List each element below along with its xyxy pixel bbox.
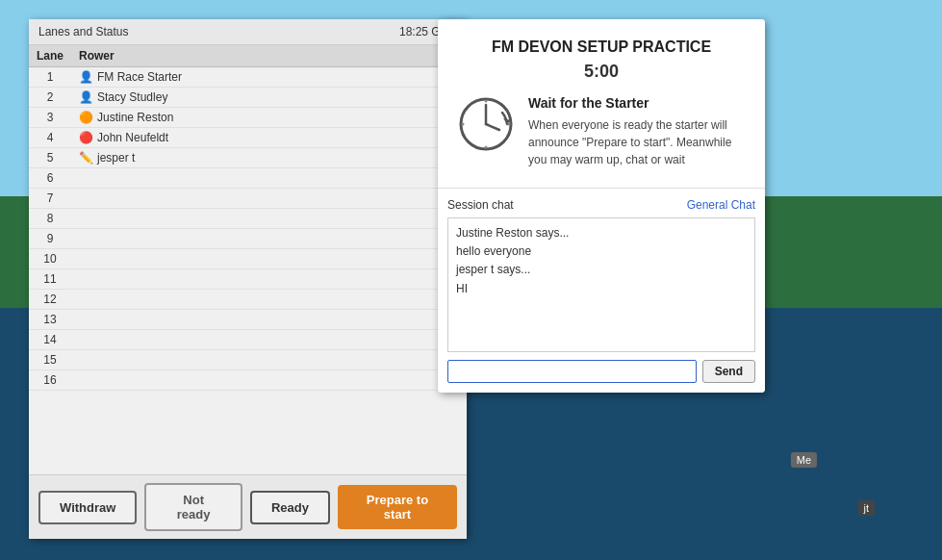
rower-name bbox=[71, 168, 467, 189]
setup-panel: FM DEVON SETUP PRACTICE 5:00 Wait for th… bbox=[438, 19, 765, 393]
chat-section: Session chat General Chat Justine Reston… bbox=[438, 189, 765, 393]
rower-name bbox=[71, 310, 467, 330]
send-button[interactable]: Send bbox=[702, 360, 755, 383]
setup-wait-title: Wait for the Starter bbox=[528, 95, 746, 111]
chat-message: jesper t says... bbox=[456, 261, 747, 279]
lane-number: 10 bbox=[29, 249, 71, 269]
clock-icon bbox=[457, 95, 515, 153]
setup-content: Wait for the Starter When everyone is re… bbox=[457, 95, 746, 168]
rower-name bbox=[71, 269, 467, 290]
lane-number: 12 bbox=[29, 290, 71, 310]
rower-name: 🟠Justine Reston bbox=[71, 108, 467, 128]
rower-name: ✏️jesper t bbox=[71, 148, 467, 168]
lane-number: 1 bbox=[29, 67, 71, 88]
rower-name: 🔴John Neufeldt bbox=[71, 128, 467, 148]
rower-icon: 👤 bbox=[79, 90, 93, 104]
table-row: 4🔴John Neufeldt bbox=[29, 128, 467, 148]
chat-messages: Justine Reston says... hello everyonejes… bbox=[447, 217, 755, 352]
lane-number: 7 bbox=[29, 189, 71, 209]
chat-label: Session chat bbox=[447, 198, 514, 212]
table-row: 11 bbox=[29, 269, 467, 290]
chat-message: HI bbox=[456, 280, 747, 298]
lane-number: 5 bbox=[29, 148, 71, 168]
setup-info: FM DEVON SETUP PRACTICE 5:00 Wait for th… bbox=[438, 19, 765, 189]
lanes-table-wrapper: Lane Rower 1👤FM Race Starter2👤Stacy Stud… bbox=[29, 45, 467, 474]
table-row: 1👤FM Race Starter bbox=[29, 67, 467, 88]
svg-point-3 bbox=[485, 100, 488, 103]
setup-wait-desc: When everyone is ready the starter will … bbox=[528, 116, 746, 168]
chat-message: Justine Reston says... bbox=[456, 224, 747, 242]
ready-button[interactable]: Ready bbox=[250, 491, 330, 524]
rower-icon: ✏️ bbox=[79, 151, 93, 165]
table-row: 8 bbox=[29, 209, 467, 229]
table-row: 6 bbox=[29, 168, 467, 189]
rower-name bbox=[71, 290, 467, 310]
rower-name bbox=[71, 350, 467, 370]
setup-title: FM DEVON SETUP PRACTICE bbox=[457, 38, 746, 56]
prepare-button[interactable]: Prepare to start bbox=[338, 485, 457, 529]
avatar-me: Me bbox=[791, 452, 817, 468]
lane-number: 16 bbox=[29, 370, 71, 391]
table-row: 14 bbox=[29, 330, 467, 350]
col-lane: Lane bbox=[29, 45, 71, 67]
table-row: 15 bbox=[29, 350, 467, 370]
lane-number: 13 bbox=[29, 310, 71, 330]
table-row: 3🟠Justine Reston bbox=[29, 108, 467, 128]
table-row: 2👤Stacy Studley bbox=[29, 88, 467, 108]
setup-text-block: Wait for the Starter When everyone is re… bbox=[528, 95, 746, 168]
lanes-header: Lanes and Status 18:25 GMT bbox=[29, 19, 467, 45]
lanes-table: Lane Rower 1👤FM Race Starter2👤Stacy Stud… bbox=[29, 45, 467, 391]
lane-number: 8 bbox=[29, 209, 71, 229]
rower-name bbox=[71, 229, 467, 249]
table-row: 5✏️jesper t bbox=[29, 148, 467, 168]
rower-name bbox=[71, 209, 467, 229]
chat-header: Session chat General Chat bbox=[447, 198, 755, 212]
table-row: 16 bbox=[29, 370, 467, 391]
rower-name bbox=[71, 370, 467, 391]
col-rower: Rower bbox=[71, 45, 467, 67]
lane-number: 3 bbox=[29, 108, 71, 128]
rower-icon: 🟠 bbox=[79, 111, 93, 124]
lane-number: 15 bbox=[29, 350, 71, 370]
svg-point-4 bbox=[508, 123, 511, 126]
rower-icon: 🔴 bbox=[79, 131, 93, 144]
svg-point-6 bbox=[462, 123, 465, 126]
rower-name bbox=[71, 189, 467, 209]
rower-name: 👤Stacy Studley bbox=[71, 88, 467, 108]
general-chat-link[interactable]: General Chat bbox=[687, 198, 755, 212]
table-row: 7 bbox=[29, 189, 467, 209]
lane-number: 14 bbox=[29, 330, 71, 350]
lane-number: 4 bbox=[29, 128, 71, 148]
rower-name bbox=[71, 330, 467, 350]
bottom-buttons: Withdraw Not ready Ready Prepare to star… bbox=[29, 474, 467, 539]
lane-number: 2 bbox=[29, 88, 71, 108]
rower-name: 👤FM Race Starter bbox=[71, 67, 467, 88]
lane-number: 9 bbox=[29, 229, 71, 249]
svg-point-5 bbox=[485, 146, 488, 149]
table-row: 13 bbox=[29, 310, 467, 330]
lane-number: 6 bbox=[29, 168, 71, 189]
lane-number: 11 bbox=[29, 269, 71, 290]
avatar-jt: jt bbox=[858, 500, 876, 516]
chat-input[interactable] bbox=[447, 360, 697, 383]
table-row: 9 bbox=[29, 229, 467, 249]
main-panel: Lanes and Status 18:25 GMT Lane Rower 1👤… bbox=[29, 19, 467, 539]
table-row: 10 bbox=[29, 249, 467, 269]
withdraw-button[interactable]: Withdraw bbox=[38, 491, 137, 524]
setup-timer: 5:00 bbox=[457, 62, 746, 82]
not-ready-button[interactable]: Not ready bbox=[144, 483, 242, 531]
chat-input-row: Send bbox=[447, 360, 755, 383]
chat-message: hello everyone bbox=[456, 242, 747, 261]
rower-name bbox=[71, 249, 467, 269]
svg-line-2 bbox=[486, 124, 499, 130]
rower-icon: 👤 bbox=[79, 70, 93, 84]
lanes-title: Lanes and Status bbox=[38, 25, 128, 38]
table-row: 12 bbox=[29, 290, 467, 310]
